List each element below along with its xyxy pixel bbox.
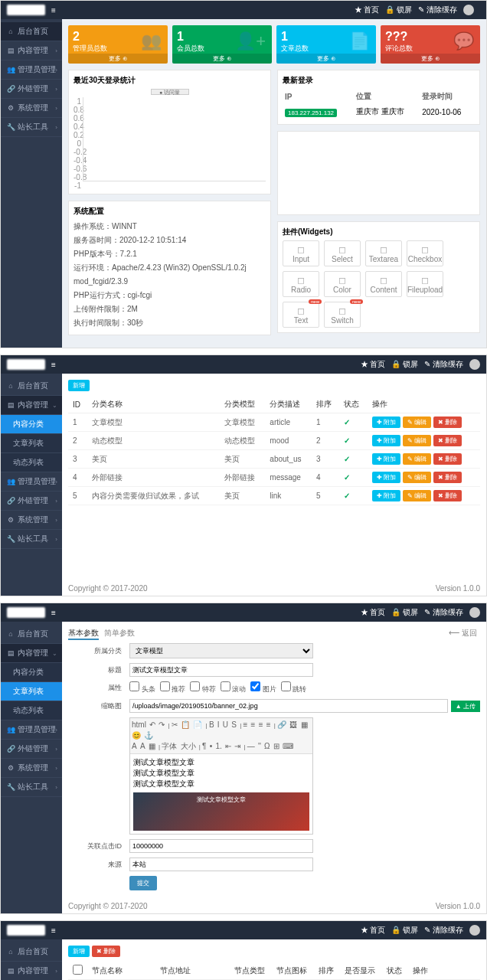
delete-button[interactable]: ✖ 删除 [92,946,120,957]
sidebar-item-ext[interactable]: 🔗外链管理› [1,492,62,511]
row-add-button[interactable]: ✚ 附加 [372,490,400,501]
editor-toolbar[interactable]: html ↶ ↷ | ✂ 📋 📄 | B I U S | ≡ ≡ ≡ ≡ | 🔗… [130,718,312,754]
sidebar-item-ext[interactable]: 🔗外链管理› [1,80,62,99]
home-link[interactable]: ★ 首页 [355,5,380,15]
menu-toggle-icon[interactable]: ≡ [51,609,56,617]
row-delete-button[interactable]: ✖ 删除 [433,453,462,465]
sidebar-item-content[interactable]: ▤内容管理⌄ [1,396,62,415]
sidebar-item-admin[interactable]: 👥管理员管理› [1,720,62,740]
attr-checkbox[interactable]: 头条 [129,685,155,693]
submit-button[interactable]: 提交 [129,876,157,890]
home-link[interactable]: ★ 首页 [361,359,386,370]
sidebar-item-content[interactable]: ▤内容管理⌄ [1,644,62,663]
attr-checkbox[interactable]: 特荐 [190,685,216,693]
status-icon[interactable]: ✓ [344,492,350,500]
sidebar-item-sys[interactable]: ⚙系统管理› [1,99,62,118]
home-link[interactable]: ★ 首页 [361,925,386,936]
menu-toggle-icon[interactable]: ≡ [51,361,56,369]
sidebar-item-tools[interactable]: 🔧站长工具› [1,530,62,549]
attr-checkbox[interactable]: 跳转 [281,685,307,693]
lock-link[interactable]: 🔒 锁屏 [385,5,412,15]
sidebar-item-dashboard[interactable]: ⌂后台首页 [1,22,62,41]
status-icon[interactable]: ✓ [344,455,350,463]
stat-card[interactable]: ??? 评论总数 💬 更多 ⊕ [381,25,480,64]
clear-cache-link[interactable]: ✎ 清除缓存 [424,607,463,618]
stat-card[interactable]: 1 文章总数 📄 更多 ⊕ [276,25,376,64]
clear-cache-link[interactable]: ✎ 清除缓存 [418,5,457,15]
status-icon[interactable]: ✓ [344,473,350,482]
sidebar-item-tools[interactable]: 🔧站长工具› [1,118,62,137]
sidebar-item-tools[interactable]: 🔧站长工具› [1,778,62,797]
widget-item[interactable]: ◻ Content [365,271,402,297]
widget-item[interactable]: ◻ Radio [283,271,319,297]
pv-input[interactable] [129,839,313,853]
row-add-button[interactable]: ✚ 附加 [372,472,400,483]
widget-item[interactable]: ◻ Input [283,240,319,266]
row-edit-button[interactable]: ✎ 编辑 [403,435,431,446]
menu-toggle-icon[interactable]: ≡ [51,6,56,15]
row-edit-button[interactable]: ✎ 编辑 [403,490,431,501]
status-icon[interactable]: ✓ [344,418,350,426]
thumb-path-input[interactable] [129,699,448,713]
row-delete-button[interactable]: ✖ 删除 [433,490,462,501]
sidebar-item-admin[interactable]: 👥管理员管理› [1,472,62,492]
attr-checkbox[interactable]: 推荐 [160,685,186,693]
row-edit-button[interactable]: ✎ 编辑 [403,416,431,428]
sidebar-item-dynamic-list[interactable]: 动态列表 [1,453,62,472]
lock-link[interactable]: 🔒 锁屏 [391,359,418,370]
row-edit-button[interactable]: ✎ 编辑 [403,472,431,483]
widget-item[interactable]: new ◻ Text [283,302,319,328]
lock-link[interactable]: 🔒 锁屏 [391,607,418,618]
back-link[interactable]: ⟵ 返回 [449,628,477,639]
home-link[interactable]: ★ 首页 [361,607,386,618]
avatar[interactable] [463,5,474,15]
stat-card[interactable]: 2 管理员总数 👥 更多 ⊕ [68,25,168,64]
rich-editor[interactable]: html ↶ ↷ | ✂ 📋 📄 | B I U S | ≡ ≡ ≡ ≡ | 🔗… [129,717,313,835]
clear-cache-link[interactable]: ✎ 清除缓存 [424,925,463,936]
row-add-button[interactable]: ✚ 附加 [372,453,400,465]
widget-item[interactable]: ◻ Fileupload [407,271,443,297]
sidebar-item-sys[interactable]: ⚙系统管理› [1,511,62,530]
widget-item[interactable]: ◻ Textarea [365,240,402,266]
add-button[interactable]: 新增 [68,380,90,391]
upload-button[interactable]: ▲ 上传 [451,701,480,712]
sidebar-item-dashboard[interactable]: ⌂后台首页 [1,625,62,644]
category-select[interactable]: 文章模型 [129,643,313,658]
stat-card[interactable]: 1 会员总数 👤+ 更多 ⊕ [172,25,272,64]
sidebar-item-content[interactable]: ▤内容管理› [1,41,62,60]
clear-cache-link[interactable]: ✎ 清除缓存 [424,359,463,370]
tab-basic[interactable]: 基本参数 [68,629,99,640]
row-add-button[interactable]: ✚ 附加 [372,435,400,446]
row-add-button[interactable]: ✚ 附加 [372,416,400,428]
sidebar-item-admin[interactable]: 👥管理员管理› [1,60,62,80]
attr-checkbox[interactable]: 图片 [250,685,276,693]
source-input[interactable] [129,858,313,871]
widget-item[interactable]: ◻ Checkbox [407,240,443,266]
sidebar-item-content-cat[interactable]: 内容分类 [1,663,62,682]
widget-item[interactable]: ◻ Color [324,271,361,297]
avatar[interactable] [469,359,480,370]
attr-checkbox[interactable]: 滚动 [221,685,247,693]
title-input[interactable] [129,663,313,677]
card-more-link[interactable]: 更多 ⊕ [381,54,480,64]
row-delete-button[interactable]: ✖ 删除 [433,416,462,428]
avatar[interactable] [469,925,480,936]
sidebar-item-sys[interactable]: ⚙系统管理› [1,759,62,778]
add-button[interactable]: 新增 [68,946,90,957]
card-more-link[interactable]: 更多 ⊕ [172,54,272,64]
sidebar-item-ext[interactable]: 🔗外链管理› [1,740,62,759]
sidebar-item-content[interactable]: ▤内容管理› [1,962,62,980]
sidebar-item-article-list[interactable]: 文章列表 [1,682,62,701]
sidebar-item-dashboard[interactable]: ⌂后台首页 [1,942,62,962]
row-delete-button[interactable]: ✖ 删除 [433,435,462,446]
tab-simple[interactable]: 简单参数 [104,629,135,637]
widget-item[interactable]: ◻ Select [324,240,361,266]
sidebar-item-content-cat[interactable]: 内容分类 [1,415,62,434]
sidebar-item-dynamic-list[interactable]: 动态列表 [1,701,62,720]
sidebar-item-article-list[interactable]: 文章列表 [1,434,62,453]
sidebar-item-dashboard[interactable]: ⌂后台首页 [1,377,62,396]
card-more-link[interactable]: 更多 ⊕ [276,54,376,64]
select-all-checkbox[interactable] [73,965,83,975]
card-more-link[interactable]: 更多 ⊕ [68,54,168,64]
row-edit-button[interactable]: ✎ 编辑 [403,453,431,465]
